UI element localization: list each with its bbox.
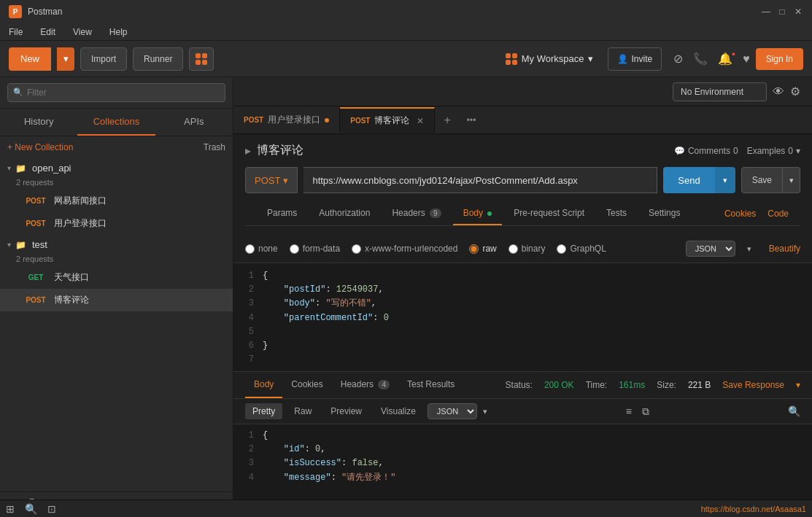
heart-icon[interactable]: ♥ — [743, 53, 750, 66]
settings-icon[interactable]: ⚙ — [790, 85, 800, 98]
req-tab-headers[interactable]: Headers 9 — [382, 202, 451, 225]
workspace-button[interactable]: My Workspace ▾ — [497, 47, 603, 71]
tab-close-button[interactable]: ✕ — [417, 116, 424, 126]
add-tab-button[interactable]: + — [435, 108, 459, 133]
send-dropdown-button[interactable]: ▾ — [715, 167, 735, 193]
method-select[interactable]: POST ▾ — [245, 167, 298, 193]
tab-comment[interactable]: POST 博客评论 ✕ — [340, 107, 435, 133]
sidebar-tab-history[interactable]: History — [0, 109, 77, 136]
menu-view[interactable]: View — [70, 26, 95, 39]
collection-header-open-api[interactable]: ▾ 📁 open_api — [0, 158, 233, 178]
notification-icon[interactable]: 🔔● — [718, 52, 732, 66]
menu-file[interactable]: File — [6, 26, 26, 39]
save-button[interactable]: Save — [741, 167, 783, 193]
maximize-button[interactable]: □ — [777, 7, 787, 17]
req-tab-params[interactable]: Params — [257, 202, 307, 225]
headers-count: 9 — [430, 209, 441, 218]
examples-button[interactable]: Examples 0 ▾ — [747, 146, 800, 156]
collection-name-open-api: open_api — [32, 163, 71, 174]
phone-icon[interactable]: 📞 — [693, 52, 708, 66]
tabs-bar: POST 用户登录接口 POST 博客评论 ✕ + ••• — [233, 106, 812, 134]
response-body-toolbar: Pretty Raw Preview Visualize JSON ▾ ≡ ⧉ … — [233, 399, 812, 424]
req-tab-settings[interactable]: Settings — [638, 202, 690, 225]
sidebar: 🔍 History Collections APIs + New Collect… — [0, 77, 233, 517]
new-collection-button[interactable]: + New Collection — [7, 142, 73, 152]
align-icon[interactable]: ≡ — [626, 405, 632, 417]
resp-pretty-tab[interactable]: Pretty — [245, 403, 282, 419]
req-tab-auth[interactable]: Authorization — [309, 202, 380, 225]
save-response-chevron[interactable]: ▾ — [796, 380, 800, 390]
item-name: 天气接口 — [54, 271, 89, 284]
statusbar-search-icon[interactable]: 🔍 — [25, 503, 37, 515]
sidebar-tab-collections[interactable]: Collections — [77, 109, 155, 136]
resp-visualize-tab[interactable]: Visualize — [374, 403, 423, 419]
save-dropdown-button[interactable]: ▾ — [783, 167, 800, 193]
sidebar-tab-apis[interactable]: APIs — [155, 109, 233, 136]
code-line: 1 { — [233, 269, 812, 283]
format-select[interactable]: JSON — [686, 241, 735, 257]
statusbar-collection-icon[interactable]: ⊡ — [47, 503, 56, 515]
req-tab-tests[interactable]: Tests — [596, 202, 637, 225]
list-item[interactable]: POST 用户登录接口 — [0, 212, 233, 235]
menu-help[interactable]: Help — [107, 26, 131, 39]
workspace-icon-button[interactable] — [189, 47, 214, 71]
response-tabs-bar: Body Cookies Headers 4 Test Results Stat… — [233, 372, 812, 399]
radio-binary[interactable]: binary — [509, 244, 546, 254]
sidebar-search-input[interactable] — [7, 83, 225, 102]
radio-none[interactable]: none — [245, 244, 278, 254]
send-button[interactable]: Send — [663, 167, 714, 193]
resp-raw-tab[interactable]: Raw — [287, 403, 319, 419]
request-title-text: 博客评论 — [257, 143, 303, 158]
radio-raw[interactable]: raw — [469, 244, 496, 254]
environment-bar: No Environment 👁 ⚙ — [233, 77, 812, 106]
cookies-link[interactable]: Cookies — [724, 209, 756, 219]
menu-edit[interactable]: Edit — [37, 26, 58, 39]
more-tabs-button[interactable]: ••• — [460, 109, 484, 131]
comments-button[interactable]: 💬 Comments 0 — [674, 146, 738, 156]
statusbar-layout-icon[interactable]: ⊞ — [6, 503, 15, 515]
radio-graphql[interactable]: GraphQL — [557, 244, 606, 254]
list-item[interactable]: POST 网易新闻接口 — [0, 190, 233, 212]
tab-login[interactable]: POST 用户登录接口 — [233, 108, 340, 132]
resp-tab-body[interactable]: Body — [245, 372, 282, 398]
time-label: Time: — [586, 380, 608, 390]
req-tab-prerequest[interactable]: Pre-request Script — [503, 202, 595, 225]
resp-tab-cookies[interactable]: Cookies — [282, 372, 331, 398]
signin-button[interactable]: Sign In — [756, 48, 803, 70]
minimize-button[interactable]: — — [761, 7, 771, 17]
resp-tab-testresults[interactable]: Test Results — [398, 372, 463, 398]
copy-icon[interactable]: ⧉ — [642, 405, 649, 418]
response-json-select[interactable]: JSON — [428, 403, 477, 419]
new-dropdown-button[interactable]: ▾ — [57, 47, 74, 71]
search-icon[interactable]: ⊘ — [673, 52, 683, 66]
search-icon[interactable]: 🔍 — [788, 405, 800, 417]
invite-button[interactable]: 👤 Invite — [608, 47, 662, 71]
trash-button[interactable]: Trash — [204, 142, 225, 152]
radio-form-data[interactable]: form-data — [290, 244, 340, 254]
list-item[interactable]: POST 博客评论 — [0, 289, 233, 311]
environment-select[interactable]: No Environment — [673, 82, 767, 101]
send-button-wrap: Send ▾ — [663, 167, 735, 193]
runner-button[interactable]: Runner — [133, 47, 183, 71]
response-area: Body Cookies Headers 4 Test Results Stat… — [233, 371, 812, 517]
menubar: File Edit View Help — [0, 23, 812, 41]
resp-tab-headers[interactable]: Headers 4 — [332, 372, 398, 398]
code-editor[interactable]: 1 { 2 "postId": 12549037, 3 "body": "写的不… — [233, 263, 812, 371]
list-item[interactable]: GET 天气接口 — [0, 266, 233, 289]
request-title: ▸ 博客评论 — [245, 143, 303, 158]
url-input[interactable] — [303, 167, 657, 193]
eye-icon[interactable]: 👁 — [773, 85, 784, 98]
radio-urlencoded[interactable]: x-www-form-urlencoded — [352, 244, 457, 254]
code-link[interactable]: Code — [767, 209, 789, 219]
req-tab-body[interactable]: Body — [453, 202, 503, 225]
code-line: 4 "message": "请先登录！" — [233, 471, 812, 485]
collection-header-test[interactable]: ▾ 📁 test — [0, 235, 233, 254]
import-button[interactable]: Import — [80, 47, 127, 71]
resp-preview-tab[interactable]: Preview — [323, 403, 369, 419]
save-response-button[interactable]: Save Response — [722, 380, 784, 390]
close-button[interactable]: ✕ — [793, 7, 803, 17]
statusbar: ⊞ 🔍 ⊡ https://blog.csdn.net/Asaasa1 — [0, 499, 812, 517]
collection-name-test: test — [32, 239, 47, 250]
beautify-button[interactable]: Beautify — [769, 244, 800, 254]
new-button[interactable]: New — [9, 47, 51, 71]
